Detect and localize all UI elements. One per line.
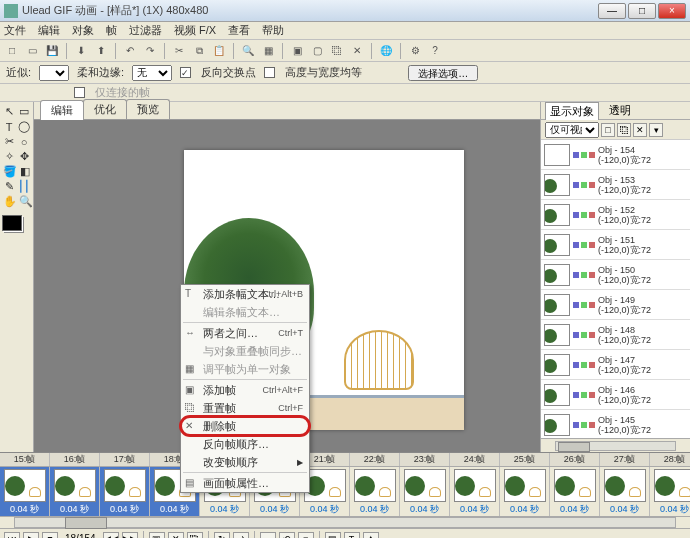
save-icon[interactable]: 💾 [44, 43, 60, 59]
menu-frame[interactable]: 帧 [106, 23, 117, 38]
open-icon[interactable]: ▭ [24, 43, 40, 59]
ctx-del-frame[interactable]: ✕删除帧 [181, 417, 309, 435]
tab-show-objects[interactable]: 显示对象 [545, 102, 599, 120]
pointer-tool-icon[interactable]: ↖ [2, 104, 16, 119]
equal-checkbox[interactable] [264, 67, 275, 78]
ctx-add-frame[interactable]: ▣添加帧Ctrl+Alt+F [181, 381, 309, 399]
props-button[interactable]: ▤ [325, 532, 341, 539]
select-options-button[interactable] [408, 65, 478, 81]
timeline-hscroll[interactable] [0, 516, 690, 528]
panel-more-icon[interactable]: ▾ [649, 123, 663, 137]
frame-cell[interactable]: 0.04 秒 [350, 467, 400, 516]
menu-edit[interactable]: 编辑 [38, 23, 60, 38]
panel-del-icon[interactable]: ✕ [633, 123, 647, 137]
panel-new-icon[interactable]: □ [601, 123, 615, 137]
layer-row[interactable]: Obj - 153(-120,0)宽:72 [541, 170, 690, 200]
frame-cell[interactable]: 0.04 秒 [550, 467, 600, 516]
layer-row[interactable]: Obj - 151(-120,0)宽:72 [541, 230, 690, 260]
invert-checkbox[interactable] [180, 67, 191, 78]
frame-cell[interactable]: 0.04 秒 [100, 467, 150, 516]
import-icon[interactable]: ⬇ [73, 43, 89, 59]
frame-cell[interactable]: 0.04 秒 [450, 467, 500, 516]
frame-cell[interactable]: 0.04 秒 [400, 467, 450, 516]
brush-tool-icon[interactable]: ✎ [2, 179, 16, 194]
text-button[interactable]: T [344, 532, 360, 539]
addframe-icon[interactable]: ▣ [289, 43, 305, 59]
close-button[interactable]: × [658, 3, 686, 19]
wand-tool-icon[interactable]: ✧ [2, 149, 16, 164]
tab-preview[interactable]: 预览 [126, 99, 170, 119]
frame-cell[interactable]: 0.04 秒 [650, 467, 690, 516]
line-tool-icon[interactable]: ⎮⎮ [17, 179, 31, 194]
timeline-frames[interactable]: 0.04 秒0.04 秒0.04 秒0.04 秒0.04 秒0.04 秒0.04… [0, 467, 690, 516]
prev-button[interactable]: ◀◀ [103, 532, 119, 539]
settings-icon[interactable]: ⚙ [407, 43, 423, 59]
menu-file[interactable]: 文件 [4, 23, 26, 38]
layer-list[interactable]: Obj - 154(-120,0)宽:72 Obj - 153(-120,0)宽… [541, 140, 690, 438]
tab-optimize[interactable]: 优化 [83, 99, 127, 119]
del-icon[interactable]: ✕ [349, 43, 365, 59]
frame-cell[interactable]: 0.04 秒 [600, 467, 650, 516]
info-icon[interactable]: ? [427, 43, 443, 59]
layer-row[interactable]: Obj - 147(-120,0)宽:72 [541, 350, 690, 380]
eraser-tool-icon[interactable]: ◧ [18, 164, 31, 179]
undo-icon[interactable]: ↶ [122, 43, 138, 59]
visibility-select[interactable]: 仅可视的 [545, 122, 599, 138]
hand-tool-icon[interactable]: ✋ [2, 194, 17, 209]
new-icon[interactable]: □ [4, 43, 20, 59]
text-tool-icon[interactable]: T [2, 119, 16, 134]
align-button[interactable]: ≡ [298, 532, 314, 539]
marquee-tool-icon[interactable]: ▭ [17, 104, 31, 119]
menu-object[interactable]: 对象 [72, 23, 94, 38]
softedge-select[interactable]: 无 [132, 65, 172, 81]
tab-edit[interactable]: 编辑 [40, 100, 84, 120]
tween-button[interactable]: ↔ [260, 532, 276, 539]
play-button[interactable]: ▶ [23, 532, 39, 539]
delframe-icon[interactable]: ▢ [309, 43, 325, 59]
menu-videofx[interactable]: 视频 F/X [174, 23, 216, 38]
reverse-button[interactable]: ⇄ [233, 532, 249, 539]
fx-button[interactable]: ✦ [363, 532, 379, 539]
grid-icon[interactable]: ▦ [260, 43, 276, 59]
dup-icon[interactable]: ⿻ [329, 43, 345, 59]
layer-row[interactable]: Obj - 146(-120,0)宽:72 [541, 380, 690, 410]
ctx-frame-props[interactable]: ▤画面帧属性… [181, 474, 309, 492]
layer-row[interactable]: Obj - 150(-120,0)宽:72 [541, 260, 690, 290]
layer-row[interactable]: Obj - 145(-120,0)宽:72 [541, 410, 690, 438]
stop-button[interactable]: ■ [42, 532, 58, 539]
layer-row[interactable]: Obj - 149(-120,0)宽:72 [541, 290, 690, 320]
recent-select[interactable] [39, 65, 69, 81]
loop-button[interactable]: ↻ [214, 532, 230, 539]
web-icon[interactable]: 🌐 [378, 43, 394, 59]
ctx-add-banner[interactable]: T添加条幅文本…Ctrl+Alt+B [181, 285, 309, 303]
ctx-reverse-order[interactable]: 反向帧顺序… [181, 435, 309, 453]
ctx-tween[interactable]: ↔两者之间…Ctrl+T [181, 324, 309, 342]
ellipse-tool-icon[interactable]: ○ [17, 134, 31, 149]
minimize-button[interactable]: — [598, 3, 626, 19]
dupframe-button[interactable]: ⿻ [187, 532, 203, 539]
move-tool-icon[interactable]: ✥ [17, 149, 31, 164]
layer-row[interactable]: Obj - 148(-120,0)宽:72 [541, 320, 690, 350]
frame-cell[interactable]: 0.04 秒 [0, 467, 50, 516]
panel-hscroll[interactable] [541, 438, 690, 452]
frame-cell[interactable]: 0.04 秒 [50, 467, 100, 516]
delframe-button[interactable]: ✕ [168, 532, 184, 539]
panel-dup-icon[interactable]: ⿻ [617, 123, 631, 137]
maximize-button[interactable]: □ [628, 3, 656, 19]
menu-filter[interactable]: 过滤器 [129, 23, 162, 38]
copy-icon[interactable]: ⧉ [191, 43, 207, 59]
zoom-icon[interactable]: 🔍 [240, 43, 256, 59]
menu-view[interactable]: 查看 [228, 23, 250, 38]
ctx-dup-frame[interactable]: ⿻重置帧Ctrl+F [181, 399, 309, 417]
lasso-tool-icon[interactable]: ◯ [17, 119, 31, 134]
fill-tool-icon[interactable]: 🪣 [2, 164, 17, 179]
note-checkbox[interactable] [74, 87, 85, 98]
layer-row[interactable]: Obj - 152(-120,0)宽:72 [541, 200, 690, 230]
frame-cell[interactable]: 0.04 秒 [500, 467, 550, 516]
next-button[interactable]: ▶▶ [122, 532, 138, 539]
cut-icon[interactable]: ✂ [171, 43, 187, 59]
layer-row[interactable]: Obj - 154(-120,0)宽:72 [541, 140, 690, 170]
export-icon[interactable]: ⬆ [93, 43, 109, 59]
color-swatch[interactable] [2, 215, 22, 231]
menu-help[interactable]: 帮助 [262, 23, 284, 38]
